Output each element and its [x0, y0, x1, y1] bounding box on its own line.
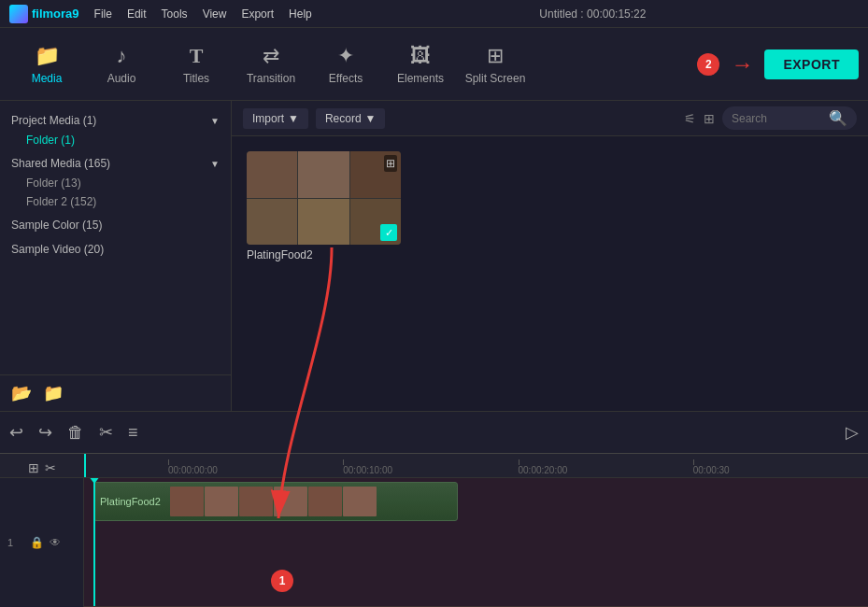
right-panel: Import ▼ Record ▼ ⚟ ⊞ 🔍 [232, 101, 868, 411]
clip-label: PlatingFood2 [94, 496, 166, 507]
shared-media-section: Shared Media (165) ▼ Folder (13) Folder … [0, 151, 231, 213]
filmstrip [170, 487, 377, 516]
timeline-track-controls: 1 🔒 👁 [0, 478, 84, 607]
search-icon[interactable]: 🔍 [829, 109, 847, 127]
film-frame-3 [239, 487, 273, 516]
export-area: 2 → EXPORT [697, 49, 859, 79]
sample-video-header[interactable]: Sample Video (20) [0, 239, 231, 260]
menu-view[interactable]: View [203, 7, 227, 21]
film-frame-5 [308, 487, 342, 516]
toolbar-elements[interactable]: 🖼 Elements [383, 32, 458, 97]
export-button[interactable]: EXPORT [764, 49, 859, 79]
toolbar-media-label: Media [32, 72, 63, 85]
media-library: Project Media (1) ▼ Folder (1) Shared Me… [0, 101, 231, 374]
track-1-controls: 1 🔒 👁 [7, 536, 61, 549]
grid-overlay-icon: ⊞ [384, 155, 397, 172]
transition-icon: ⇄ [263, 44, 279, 68]
toolbar-titles[interactable]: T Titles [159, 32, 234, 97]
search-box: 🔍 [722, 106, 857, 130]
video-track[interactable]: PlatingFood2 [84, 478, 868, 607]
media-item-plating-food-2[interactable]: ⊞ ✓ PlatingFood2 [247, 151, 406, 261]
folder-13-item[interactable]: Folder (13) [0, 174, 231, 192]
timeline-body: 1 🔒 👁 PlatingFood2 [0, 478, 868, 607]
split-screen-icon: ⊞ [487, 44, 504, 68]
sample-color-section: Sample Color (15) [0, 213, 231, 237]
timeline-ruler-controls: ⊞ ✂ [0, 460, 84, 475]
project-media-section: Project Media (1) ▼ Folder (1) [0, 108, 231, 151]
toolbar-audio-label: Audio [107, 72, 136, 85]
undo-icon[interactable]: ↩ [9, 422, 23, 443]
settings-icon[interactable]: ≡ [128, 423, 138, 443]
ruler-tick-3: 00:00:30 [693, 465, 868, 475]
toolbar-transition-label: Transition [247, 72, 295, 85]
step-2-badge: 2 [697, 53, 719, 76]
playhead-line [84, 454, 86, 477]
export-arrow-icon: → [731, 51, 753, 78]
timeline-area: ⊞ ✂ 00:00:00:00 00:00:10:00 00:00:20:00 … [0, 454, 868, 607]
project-media-header[interactable]: Project Media (1) ▼ [0, 110, 231, 131]
folder-2-item[interactable]: Folder 2 (152) [0, 192, 231, 211]
scissors-icon[interactable]: ✂ [45, 460, 56, 475]
media-content: ⊞ ✓ PlatingFood2 [232, 136, 868, 411]
import-button[interactable]: Import ▼ [243, 108, 308, 129]
record-chevron-icon: ▼ [365, 112, 377, 125]
filter-icon[interactable]: ⚟ [684, 111, 696, 126]
toolbar-effects-label: Effects [329, 72, 363, 85]
toolbar-media[interactable]: 📁 Media [9, 32, 84, 97]
sample-color-header[interactable]: Sample Color (15) [0, 215, 231, 235]
play-icon[interactable]: ▷ [846, 422, 859, 443]
toolbar-audio[interactable]: ♪ Audio [84, 32, 159, 97]
media-item-label: PlatingFood2 [247, 248, 406, 261]
eye-icon[interactable]: 👁 [50, 536, 61, 549]
menu-export[interactable]: Export [241, 7, 274, 21]
shared-media-label: Shared Media (165) [11, 157, 110, 170]
toolbar-elements-label: Elements [397, 72, 444, 85]
thumb-cell-4 [247, 199, 297, 246]
delete-icon[interactable]: 🗑 [67, 423, 84, 443]
video-clip[interactable]: PlatingFood2 [93, 482, 458, 521]
toolbar-effects[interactable]: ✦ Effects [308, 32, 383, 97]
app-title: Untitled : 00:00:15:22 [327, 7, 859, 21]
import-chevron-icon: ▼ [288, 112, 299, 125]
menu-edit[interactable]: Edit [127, 7, 147, 21]
thumbnail-grid [247, 151, 401, 245]
new-folder-icon[interactable]: 📁 [43, 383, 64, 403]
toolbar-transition[interactable]: ⇄ Transition [234, 32, 308, 97]
add-media-folder-icon[interactable]: 📂 [11, 383, 32, 403]
ruler-labels: 00:00:00:00 00:00:10:00 00:00:20:00 00:0… [84, 465, 868, 475]
film-frame-1 [170, 487, 204, 516]
timeline-playhead-indicator [93, 478, 95, 606]
shared-media-chevron-icon: ▼ [210, 159, 220, 169]
sample-color-label: Sample Color (15) [11, 219, 102, 232]
toolbar-split-screen[interactable]: ⊞ Split Screen [458, 32, 533, 97]
app-logo: filmora9 [9, 5, 79, 23]
film-frame-2 [205, 487, 238, 516]
timeline-tracks: PlatingFood2 1 [84, 478, 868, 607]
selected-checkmark: ✓ [380, 224, 397, 241]
sample-video-section: Sample Video (20) [0, 237, 231, 261]
folder-1-item[interactable]: Folder (1) [0, 131, 231, 149]
thumb-cell-5 [298, 199, 349, 246]
media-icon: 📁 [35, 44, 60, 68]
elements-icon: 🖼 [410, 44, 431, 68]
import-label: Import [252, 112, 284, 125]
split-icon[interactable]: ✂ [99, 422, 113, 443]
thumb-cell-2 [298, 151, 349, 198]
media-thumbnail: ⊞ ✓ [247, 151, 401, 245]
menu-tools[interactable]: Tools [162, 7, 188, 21]
logo-icon [9, 5, 28, 23]
audio-icon: ♪ [117, 44, 127, 68]
redo-icon[interactable]: ↪ [38, 422, 52, 443]
grid-view-icon[interactable]: ⊞ [704, 111, 715, 126]
ruler-tick-1: 00:00:10:00 [343, 465, 518, 475]
menu-file[interactable]: File [94, 7, 112, 21]
record-button[interactable]: Record ▼ [316, 108, 386, 129]
search-input[interactable] [732, 112, 825, 125]
add-track-icon[interactable]: ⊞ [28, 460, 39, 475]
ruler-tick-2: 00:00:20:00 [519, 465, 693, 475]
film-frame-6 [343, 487, 377, 516]
lock-icon[interactable]: 🔒 [30, 536, 44, 549]
shared-media-header[interactable]: Shared Media (165) ▼ [0, 153, 231, 174]
film-frame-4 [274, 487, 307, 516]
menu-help[interactable]: Help [289, 7, 312, 21]
